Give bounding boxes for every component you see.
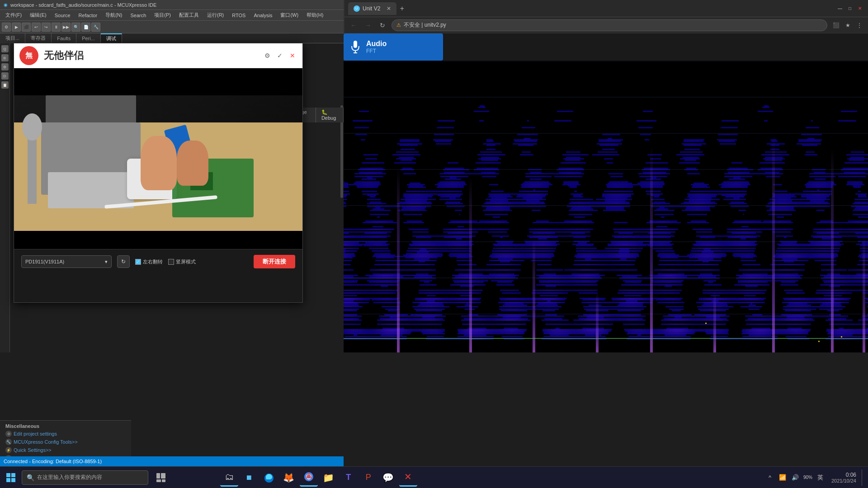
menu-navigate[interactable]: 导航(N): [102, 11, 126, 19]
security-warning-icon: ⚠: [396, 22, 401, 28]
menu-window[interactable]: 窗口(W): [277, 11, 302, 19]
tab-faults[interactable]: Faults: [52, 33, 76, 43]
check-button[interactable]: ✓: [275, 51, 284, 60]
toolbar-btn-3[interactable]: ⬛: [22, 23, 31, 32]
menu-search[interactable]: Search: [127, 12, 150, 19]
sidebar-icon-3[interactable]: ⚙: [1, 63, 9, 70]
tray-input-icon[interactable]: 英: [815, 472, 826, 483]
refresh-nav-button[interactable]: ↻: [377, 20, 388, 31]
keyboard: [48, 172, 134, 208]
toolbar-btn-5[interactable]: ↪: [42, 23, 51, 32]
hand-left: [141, 136, 177, 190]
tray-expand-icon[interactable]: ^: [764, 472, 775, 483]
miscellaneous-section[interactable]: Miscellaneous: [4, 422, 127, 430]
extensions-button[interactable]: ⬛: [831, 20, 841, 30]
taskbar-apps: 🗂 ■ 🦊 📁 T P: [170, 469, 467, 487]
sidebar-icon-2[interactable]: B: [1, 54, 9, 61]
connect-button[interactable]: 断开连接: [254, 255, 295, 268]
menu-file[interactable]: 文件(F): [2, 11, 25, 19]
audio-subtitle: FFT: [366, 48, 387, 54]
taskbar-app-browser-edge[interactable]: [260, 469, 278, 487]
tab-debug-info[interactable]: 🐛 Debug: [316, 108, 344, 122]
taskbar-app-mcuxpresso[interactable]: ✕: [399, 469, 417, 487]
menu-run[interactable]: 运行(R): [203, 11, 227, 19]
tray-volume-icon[interactable]: 🔊: [790, 472, 801, 483]
back-button[interactable]: ←: [348, 20, 359, 31]
project-item-edit-settings[interactable]: ⚙ Edit project settings: [4, 430, 127, 438]
taskbar-app-powerpoint[interactable]: P: [359, 469, 377, 487]
settings-button[interactable]: ⚙: [263, 51, 272, 60]
menu-source[interactable]: Source: [51, 12, 74, 19]
address-bar[interactable]: ⚠ 不安全 | unitv2.py: [392, 19, 827, 31]
browser-titlebar: U Unit V2 ✕ + — □ ✕: [344, 0, 868, 17]
sidebar-icon-1[interactable]: Q: [1, 45, 9, 52]
menu-config[interactable]: 配置工具: [175, 11, 203, 19]
clock-time: 0:06: [831, 472, 856, 478]
menu-edit[interactable]: 编辑(E): [26, 11, 50, 19]
tab-registers[interactable]: 寄存器: [25, 33, 52, 43]
video-placeholder: [14, 68, 302, 249]
project-item-quick-settings[interactable]: ⚡ Quick Settings>>: [4, 446, 127, 454]
taskbar-app-terminal[interactable]: ■: [240, 469, 258, 487]
toolbar-btn-1[interactable]: ⚙: [2, 23, 11, 32]
forward-button[interactable]: →: [363, 20, 373, 31]
menu-rtos[interactable]: RTOS: [228, 12, 249, 19]
ide-tab-bar: 项目... 寄存器 Faults Peri... 调试: [0, 33, 344, 43]
bookmark-button[interactable]: ★: [843, 20, 853, 30]
nav-extra-buttons: ⬛ ★ ⋮: [831, 20, 864, 30]
minimize-button[interactable]: —: [835, 4, 844, 13]
maximize-button[interactable]: □: [845, 4, 854, 13]
svg-rect-6: [11, 478, 15, 482]
toolbar-btn-10[interactable]: 🔧: [91, 23, 100, 32]
flip-lr-cb-box[interactable]: ✓: [135, 259, 141, 265]
toolbar-btn-6[interactable]: ⏸: [52, 23, 61, 32]
browser-tab-title: Unit V2: [363, 5, 380, 12]
taskbar-app-chrome[interactable]: [300, 469, 318, 487]
taskbar-app-wechat[interactable]: 💬: [379, 469, 397, 487]
toolbar-btn-9[interactable]: 📄: [81, 23, 90, 32]
start-button[interactable]: [0, 467, 22, 488]
tab-peri[interactable]: Peri...: [76, 33, 101, 43]
tab-project[interactable]: 项目...: [0, 33, 25, 43]
menu-help[interactable]: 帮助(H): [303, 11, 327, 19]
ide-sidebar-left: Q B ⚙ D 📋: [0, 43, 10, 352]
browser-tab-unitv2[interactable]: U Unit V2 ✕: [348, 2, 396, 15]
svg-rect-9: [156, 479, 161, 482]
taskbar-search[interactable]: 🔍 在这里输入你要搜索的内容: [22, 470, 148, 485]
portrait-mode-checkbox[interactable]: 竖屏模式: [168, 258, 196, 265]
tray-battery-icon[interactable]: 90%: [802, 472, 813, 483]
toolbar-btn-8[interactable]: 🔍: [71, 23, 80, 32]
taskbar-app-explorer[interactable]: 🗂: [220, 469, 238, 487]
toolbar-btn-2[interactable]: ▶: [12, 23, 21, 32]
ide-menubar: 文件(F) 编辑(E) Source Refactor 导航(N) Search…: [0, 10, 344, 21]
device-selector[interactable]: PD1911(V1911A) ▾: [21, 255, 112, 268]
close-button[interactable]: ✕: [288, 51, 297, 60]
taskbar-system-tray: ^ 📶 🔊 90% 英 0:06 2021/10/24: [764, 469, 868, 486]
refresh-button[interactable]: ↻: [117, 255, 130, 268]
project-item-config-tools[interactable]: 🔧 MCUXpresso Config Tools>>: [4, 438, 127, 446]
show-desktop-button[interactable]: [862, 469, 864, 486]
fft-visualization: [344, 61, 868, 352]
browser-settings-button[interactable]: ⋮: [854, 20, 864, 30]
new-tab-button[interactable]: +: [396, 3, 407, 14]
taskbar-app-files[interactable]: 📁: [320, 469, 338, 487]
tray-network-icon[interactable]: 📶: [777, 472, 788, 483]
close-tab-icon[interactable]: ✕: [387, 5, 391, 12]
menu-refactor[interactable]: Refactor: [75, 12, 101, 19]
toolbar-btn-7[interactable]: ▶▶: [61, 23, 71, 32]
close-window-button[interactable]: ✕: [855, 4, 864, 13]
taskbar-app-firefox[interactable]: 🦊: [280, 469, 298, 487]
flip-lr-checkbox[interactable]: ✓ 左右翻转: [135, 258, 163, 265]
clock[interactable]: 0:06 2021/10/24: [828, 472, 860, 483]
taskbar-app-typora[interactable]: T: [340, 469, 358, 487]
sidebar-icon-4[interactable]: D: [1, 72, 9, 80]
ide-toolbar: ⚙ ▶ ⬛ ↩ ↪ ⏸ ▶▶ 🔍 📄 🔧: [0, 21, 344, 33]
portrait-mode-cb-box[interactable]: [168, 259, 174, 265]
taskbar-task-view[interactable]: [152, 469, 170, 487]
sidebar-icon-5[interactable]: 📋: [1, 81, 9, 89]
menu-project[interactable]: 项目(P): [151, 11, 175, 19]
menu-analysis[interactable]: Analysis: [250, 12, 276, 19]
audio-fft-panel: Audio FFT: [344, 33, 443, 61]
tab-debug[interactable]: 调试: [101, 33, 122, 43]
toolbar-btn-4[interactable]: ↩: [32, 23, 41, 32]
